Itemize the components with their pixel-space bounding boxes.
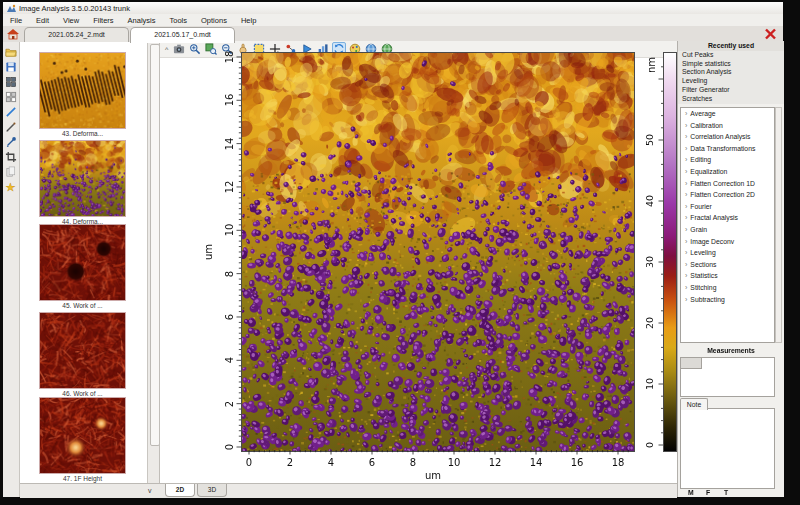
axis-tick-label: 4 <box>224 357 235 363</box>
recently-used-item[interactable]: Simple statistics <box>678 60 784 69</box>
layout-view-icon[interactable] <box>5 89 17 101</box>
thumbnail-caption: 45. Work of ... <box>39 302 126 309</box>
axis-tick-label: 50 <box>644 134 655 146</box>
filter-tree-item[interactable]: ›Equalization <box>681 166 774 178</box>
home-icon[interactable] <box>6 28 20 40</box>
chevron-right-icon: › <box>685 226 687 233</box>
filter-tree-item[interactable]: ›Leveling <box>681 247 774 259</box>
save-icon[interactable] <box>5 59 17 71</box>
filter-tree-item[interactable]: ›Data Transformations <box>681 143 774 155</box>
thumbnail-item[interactable]: 45. Work of ... <box>39 224 126 309</box>
menu-item-help[interactable]: Help <box>234 16 263 25</box>
menu-item-file[interactable]: File <box>3 16 29 25</box>
axis-tick-label: 16 <box>224 94 235 107</box>
recently-used-item[interactable]: Scratches <box>678 95 784 104</box>
thumbnail-caption: 46. Work of ... <box>39 390 126 397</box>
filter-tree-scrollbar[interactable] <box>775 107 782 343</box>
menu-item-view[interactable]: View <box>56 16 86 25</box>
axis-tick-label: 18 <box>224 51 235 64</box>
thumbnail-item[interactable]: 46. Work of ... <box>39 312 126 397</box>
thumbnail-panel: 43. Deforma...44. Deforma...45. Work of … <box>20 42 147 483</box>
filter-tree-item[interactable]: ›Flatten Correction 2D <box>681 189 774 201</box>
pencil-tool-icon[interactable] <box>5 119 17 131</box>
open-folder-icon[interactable] <box>5 44 17 56</box>
tile-view-icon[interactable] <box>5 74 17 86</box>
thumbnail-item[interactable]: 44. Deforma... <box>39 140 126 225</box>
chevron-right-icon: › <box>685 203 687 210</box>
axis-tick-label: 18 <box>612 457 625 468</box>
filter-tree-item[interactable]: ›Fourier <box>681 201 774 213</box>
filter-tree-item[interactable]: ›Image Deconv <box>681 236 774 248</box>
filter-tree-item[interactable]: ›Statistics <box>681 270 774 282</box>
axis-tick-label: 10 <box>644 378 655 390</box>
thumbnail-caption: 47. 1F Height <box>39 475 126 482</box>
chevron-right-icon: › <box>685 122 687 129</box>
axis-tick-label: 8 <box>410 457 416 468</box>
filter-tree-item[interactable]: ›Flatten Correction 1D <box>681 178 774 190</box>
menu-item-filters[interactable]: Filters <box>86 16 120 25</box>
filter-tree-item[interactable]: ›Subtracting <box>681 294 774 306</box>
view-tabs: 2D3D <box>165 484 229 497</box>
close-icon[interactable] <box>763 27 778 41</box>
filter-tree-item[interactable]: ›Fractal Analysis <box>681 212 774 224</box>
filter-tree-item[interactable]: ›Calibration <box>681 120 774 132</box>
menu-item-edit[interactable]: Edit <box>29 16 56 25</box>
axis-tick-label: 6 <box>224 314 235 320</box>
filter-tree-item[interactable]: ›Sections <box>681 259 774 271</box>
thumbnail-item[interactable]: 43. Deforma... <box>39 52 126 137</box>
note-box[interactable] <box>680 408 775 489</box>
recently-used-item[interactable]: Cut Peaks <box>678 51 784 60</box>
document-tab[interactable]: 2021.05.17_0.mdt <box>130 27 235 43</box>
note-tab[interactable]: Note <box>680 398 708 410</box>
axis-tick-label: 6 <box>369 457 375 468</box>
recently-used-item[interactable]: Section Analysis <box>678 68 784 77</box>
recently-used-item[interactable]: Leveling <box>678 77 784 86</box>
measurements-header: Measurements <box>678 347 784 354</box>
chevron-right-icon: › <box>685 296 687 303</box>
measurements-tab[interactable] <box>680 357 702 369</box>
color-picker-icon[interactable] <box>5 134 17 146</box>
thumbnail-image[interactable] <box>39 312 126 389</box>
copy-page-icon[interactable] <box>5 164 17 176</box>
axis-tick-label: 10 <box>448 457 461 468</box>
y-axis-label: um <box>203 244 214 260</box>
filter-tree-item[interactable]: ›Average <box>681 108 774 120</box>
svg-text:★: ★ <box>5 181 15 193</box>
view-tab-3d[interactable]: 3D <box>197 484 227 497</box>
axis-tick-label: 2 <box>287 457 293 468</box>
view-tab-2d[interactable]: 2D <box>165 484 195 497</box>
thumbnail-image[interactable] <box>39 140 126 217</box>
filter-tree-item[interactable]: ›Stitching <box>681 282 774 294</box>
thumbnail-image[interactable] <box>39 397 126 474</box>
chevron-right-icon: › <box>685 156 687 163</box>
axis-tick-label: 4 <box>328 457 334 468</box>
axis-tick-label: 0 <box>224 444 235 450</box>
thumbnail-image[interactable] <box>39 224 126 301</box>
menu-item-options[interactable]: Options <box>194 16 234 25</box>
crop-tool-icon[interactable] <box>5 149 17 161</box>
thumbnail-item[interactable]: 47. 1F Height <box>39 397 126 482</box>
chevron-right-icon: › <box>685 214 687 221</box>
axis-tick-label: 20 <box>644 317 655 329</box>
scroll-down-icon[interactable]: v <box>148 487 152 494</box>
side-toolbar: ★ <box>3 42 20 497</box>
menu-bar: FileEditViewFiltersAnalysisToolsOptionsH… <box>3 14 783 26</box>
filter-tree-item[interactable]: ›Grain <box>681 224 774 236</box>
image-view-panel: ^ 02468101214161802468101214161801020304… <box>159 41 678 497</box>
menu-item-tools[interactable]: Tools <box>163 16 195 25</box>
x-axis-label: um <box>425 470 441 481</box>
chevron-right-icon: › <box>685 191 687 198</box>
filter-tree-item[interactable]: ›Correlation Analysis <box>681 131 774 143</box>
chevron-right-icon: › <box>685 133 687 140</box>
line-tool-icon[interactable] <box>5 104 17 116</box>
document-tab[interactable]: 2021.05.24_2.mdt <box>24 27 129 42</box>
axis-tick-label: 14 <box>224 137 235 150</box>
menu-item-analysis[interactable]: Analysis <box>121 16 163 25</box>
filter-tree-item[interactable]: ›Editing <box>681 154 774 166</box>
axis-tick-label: 14 <box>530 457 543 468</box>
favorites-star-icon[interactable]: ★ <box>5 179 17 191</box>
recently-used-item[interactable]: Filter Generator <box>678 86 784 95</box>
thumbnail-image[interactable] <box>39 52 126 129</box>
chevron-right-icon: › <box>685 168 687 175</box>
status-letter: T <box>724 489 742 496</box>
